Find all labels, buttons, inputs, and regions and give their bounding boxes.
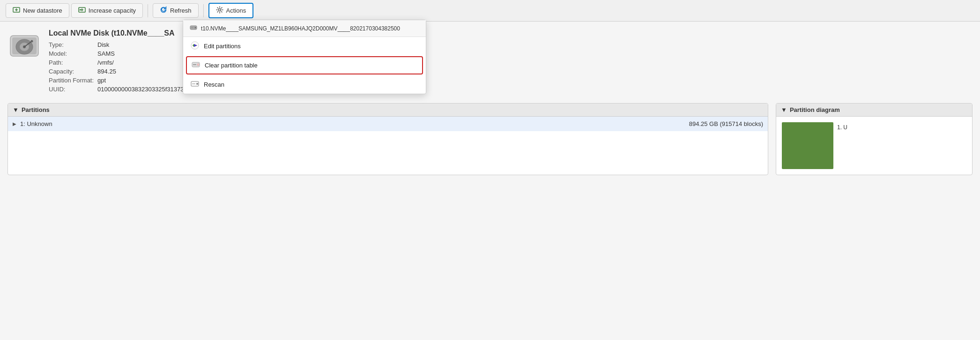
rescan-item[interactable]: Rescan [183, 75, 426, 94]
svg-point-6 [218, 9, 221, 11]
disk-icon [7, 29, 41, 63]
refresh-button[interactable]: Refresh [153, 3, 199, 18]
diagram-panel-title: Partition diagram [790, 106, 840, 113]
partition-name: 1: Unknown [20, 120, 52, 127]
new-datastore-label: New datastore [23, 7, 62, 14]
gear-icon [216, 6, 223, 15]
diagram-label-1: 1. U [837, 122, 847, 131]
main-content: Local NVMe Disk (t10.NVMe____SA Type: Di… [0, 22, 980, 183]
dropdown-header-text: t10.NVMe____SAMSUNG_MZ1LB960HAJQ2D000MV_… [201, 25, 400, 32]
diagram-panel-header: ▼ Partition diagram [776, 103, 972, 117]
refresh-icon [160, 6, 167, 15]
toolbar-separator-1 [148, 4, 148, 17]
type-label: Type: [49, 40, 97, 49]
diagram-body: 1. U [776, 117, 972, 175]
partition-row-1[interactable]: ▶ 1: Unknown 894.25 GB (915714 blocks) [8, 117, 768, 131]
new-datastore-icon [13, 6, 20, 15]
clear-partition-icon [192, 60, 200, 70]
increase-capacity-label: Increase capacity [89, 7, 136, 14]
edit-partitions-item[interactable]: Edit partitions [183, 37, 426, 55]
svg-point-25 [31, 40, 33, 43]
diagram-panel: ▼ Partition diagram 1. U [776, 103, 973, 175]
uuid-label: UUID: [49, 85, 97, 94]
svg-point-18 [196, 83, 198, 85]
clear-partition-table-item[interactable]: Clear partition table [186, 56, 423, 74]
svg-point-8 [195, 27, 196, 29]
new-datastore-button[interactable]: New datastore [6, 3, 69, 18]
diagram-bar-1 [782, 122, 833, 169]
partitions-collapse-icon[interactable]: ▼ [13, 106, 19, 113]
partition-format-label: Partition Format: [49, 76, 97, 85]
model-label: Model: [49, 49, 97, 58]
partition-size: 894.25 GB (915714 blocks) [689, 120, 763, 127]
edit-partitions-icon [191, 41, 199, 51]
partitions-panel-header: ▼ Partitions [8, 103, 768, 117]
clear-partition-table-label: Clear partition table [205, 62, 258, 69]
partition-expand-arrow[interactable]: ▶ [13, 121, 16, 126]
toolbar-separator-2 [203, 4, 204, 17]
partitions-panel-title: Partitions [22, 106, 50, 113]
edit-partitions-label: Edit partitions [204, 43, 241, 50]
disk-header-icon [190, 24, 197, 33]
rescan-label: Rescan [204, 81, 224, 88]
panels-row: ▼ Partitions ▶ 1: Unknown 894.25 GB (915… [7, 103, 973, 175]
increase-capacity-icon [78, 6, 86, 15]
refresh-label: Refresh [170, 7, 192, 14]
partitions-panel: ▼ Partitions ▶ 1: Unknown 894.25 GB (915… [7, 103, 768, 175]
actions-dropdown-menu: t10.NVMe____SAMSUNG_MZ1LB960HAJQ2D000MV_… [183, 20, 426, 94]
path-label: Path: [49, 58, 97, 67]
toolbar: New datastore Increase capacity Refresh [0, 0, 980, 22]
diagram-collapse-icon[interactable]: ▼ [781, 106, 787, 113]
capacity-label: Capacity: [49, 67, 97, 76]
actions-label: Actions [226, 7, 246, 14]
increase-capacity-button[interactable]: Increase capacity [71, 3, 143, 18]
rescan-icon [191, 80, 199, 89]
partitions-panel-body: ▶ 1: Unknown 894.25 GB (915714 blocks) [8, 117, 768, 131]
dropdown-header: t10.NVMe____SAMSUNG_MZ1LB960HAJQ2D000MV_… [183, 20, 426, 37]
actions-button[interactable]: Actions [208, 3, 254, 18]
disk-info-row: Local NVMe Disk (t10.NVMe____SA Type: Di… [7, 29, 973, 94]
